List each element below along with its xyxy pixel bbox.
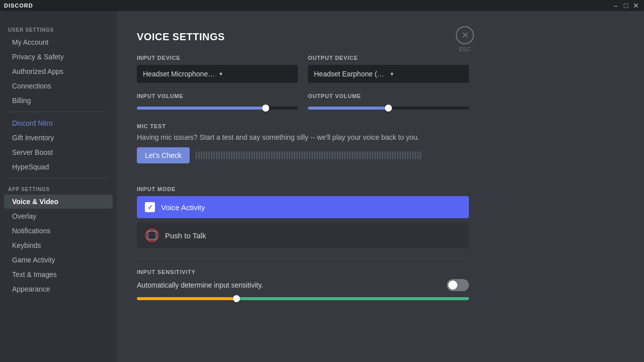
sidebar-item-label: HypeSquad [12, 163, 49, 171]
mic-bar [291, 151, 293, 159]
mic-bar [407, 151, 409, 159]
mic-bar [415, 151, 416, 159]
mic-bar [226, 151, 227, 159]
output-device-value: Headset Earphone (Corsair VOID PRO USI [314, 70, 386, 78]
mic-bar [319, 151, 320, 159]
input-volume-label: INPUT VOLUME [137, 93, 298, 99]
sidebar-item-connections[interactable]: Connections [4, 79, 113, 93]
output-device-column: OUTPUT DEVICE Headset Earphone (Corsair … [308, 55, 469, 83]
user-settings-label: USER SETTINGS [0, 23, 117, 35]
input-sensitivity-label: INPUT SENSITIVITY [137, 269, 469, 275]
sidebar-item-voice-video[interactable]: Voice & Video [4, 195, 113, 209]
voice-activity-option[interactable]: ✓ Voice Activity [137, 196, 469, 218]
mic-bar [228, 151, 230, 159]
sidebar-item-label: Privacy & Safety [12, 53, 64, 61]
mic-bar [306, 151, 308, 159]
esc-button[interactable]: ✕ ESC [456, 26, 474, 52]
sensitivity-row: Automatically determine input sensitivit… [137, 279, 469, 291]
mic-test-row: Let's Check [137, 147, 469, 163]
auto-sensitivity-toggle[interactable] [447, 279, 469, 291]
lets-check-button[interactable]: Let's Check [137, 147, 190, 163]
minimize-button[interactable]: – [612, 2, 620, 10]
chevron-down-icon-2: ▾ [390, 70, 463, 77]
input-device-label: INPUT DEVICE [137, 55, 298, 61]
mic-bar [244, 151, 245, 159]
sidebar-item-label: Voice & Video [12, 198, 58, 206]
sidebar-item-gift-inventory[interactable]: Gift Inventory [4, 131, 113, 145]
sensitivity-slider-wrapper [137, 297, 469, 300]
close-button[interactable]: ✕ [632, 2, 640, 10]
mic-bar [364, 151, 366, 159]
mic-bar [389, 151, 391, 159]
sidebar-item-label: Keybinds [12, 241, 41, 249]
mic-bar [249, 151, 250, 159]
input-volume-track[interactable] [137, 107, 298, 110]
sidebar-item-overlay[interactable]: Overlay [4, 209, 113, 223]
output-device-select[interactable]: Headset Earphone (Corsair VOID PRO USI ▾ [308, 65, 469, 83]
mic-bar [321, 151, 323, 159]
mic-bar [231, 151, 232, 159]
mic-bar [382, 151, 383, 159]
input-volume-thumb[interactable] [262, 105, 269, 112]
mic-bar [236, 151, 237, 159]
mic-bar [254, 151, 255, 159]
output-volume-thumb[interactable] [385, 105, 392, 112]
app-logo: DISCORD [4, 3, 33, 9]
sidebar-item-label: My Account [12, 38, 48, 46]
sidebar-item-label: Server Boost [12, 148, 53, 156]
sidebar-item-label: Overlay [12, 212, 36, 220]
mic-bar [316, 151, 318, 159]
sidebar-item-text-images[interactable]: Text & Images [4, 267, 113, 282]
mic-bar [296, 151, 298, 159]
mic-bar [299, 151, 300, 159]
maximize-button[interactable]: □ [622, 2, 630, 10]
sidebar-divider-2 [8, 178, 109, 178]
sidebar-item-my-account[interactable]: My Account [4, 35, 113, 49]
mic-bar [392, 151, 393, 159]
mic-bar [374, 151, 376, 159]
mic-bar [420, 151, 421, 159]
sidebar-item-billing[interactable]: Billing [4, 94, 113, 108]
mic-bar [276, 151, 278, 159]
sensitivity-slider-thumb[interactable] [233, 295, 240, 302]
sidebar-divider [8, 112, 109, 112]
mic-bar [206, 151, 207, 159]
sidebar-item-hypesquad[interactable]: HypeSquad [4, 160, 113, 174]
sidebar-item-appearance[interactable]: Appearance [4, 282, 113, 296]
mic-bar [324, 151, 326, 159]
sidebar-item-notifications[interactable]: Notifications [4, 224, 113, 238]
sidebar-item-server-boost[interactable]: Server Boost [4, 145, 113, 159]
mic-bar [266, 151, 268, 159]
sidebar-item-label: Text & Images [12, 270, 57, 279]
sidebar-item-game-activity[interactable]: Game Activity [4, 253, 113, 267]
mic-bar [377, 151, 378, 159]
mic-bar [352, 151, 353, 159]
esc-circle-icon[interactable]: ✕ [456, 26, 474, 44]
mic-bar [264, 151, 265, 159]
mic-bar [384, 151, 386, 159]
mic-bar [367, 151, 368, 159]
mic-bar [256, 151, 258, 159]
sidebar-item-label: Connections [12, 82, 51, 90]
sidebar-item-discord-nitro[interactable]: Discord Nitro [4, 116, 113, 130]
mic-bar [284, 151, 285, 159]
mic-bar [301, 151, 303, 159]
sensitivity-slider-track[interactable] [137, 297, 469, 300]
mic-bar [279, 151, 280, 159]
push-to-talk-option[interactable]: Push to Talk [137, 222, 469, 248]
mic-bar [410, 151, 411, 159]
sidebar-item-keybinds[interactable]: Keybinds [4, 238, 113, 252]
mic-test-label: MIC TEST [137, 123, 469, 129]
output-volume-track[interactable] [308, 107, 469, 110]
main-content: ✕ ESC VOICE SETTINGS INPUT DEVICE Headse… [117, 11, 644, 362]
app-settings-label: APP SETTINGS [0, 183, 117, 194]
mic-bar [412, 151, 414, 159]
mic-bar [311, 151, 313, 159]
sidebar-item-privacy-safety[interactable]: Privacy & Safety [4, 50, 113, 64]
sidebar: USER SETTINGS My Account Privacy & Safet… [0, 11, 117, 362]
input-device-select[interactable]: Headset Microphone (Corsair VOID PRO U ▾ [137, 65, 298, 83]
mic-bar [213, 151, 215, 159]
mic-bar [387, 151, 388, 159]
sidebar-item-authorized-apps[interactable]: Authorized Apps [4, 64, 113, 78]
voice-activity-checkbox[interactable]: ✓ [145, 202, 155, 212]
